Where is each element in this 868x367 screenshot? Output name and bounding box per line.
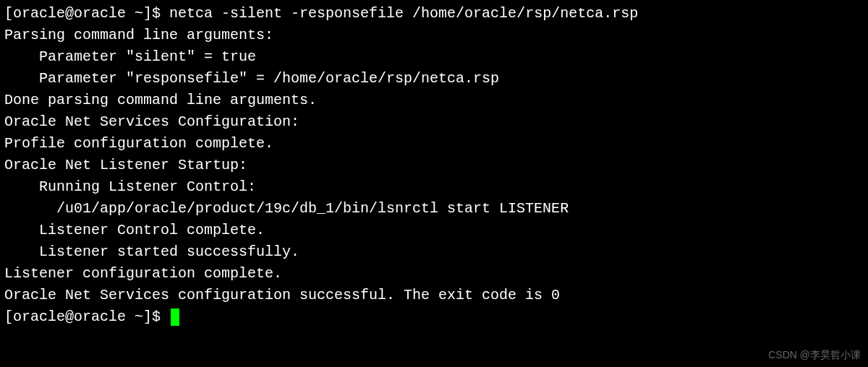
output-line: Parameter "silent" = true xyxy=(4,46,864,68)
output-line: Parsing command line arguments: xyxy=(4,25,864,46)
output-line: Parameter "responsefile" = /home/oracle/… xyxy=(4,68,864,90)
output-line: Oracle Net Services configuration succes… xyxy=(4,285,864,306)
watermark-text: CSDN @李昊哲小课 xyxy=(768,347,861,363)
shell-prompt: [oracle@oracle ~]$ xyxy=(4,306,169,328)
output-line: Listener configuration complete. xyxy=(4,263,864,285)
cursor-block xyxy=(171,308,179,326)
output-line: Oracle Net Listener Startup: xyxy=(4,155,864,176)
output-line: Listener started successfully. xyxy=(4,241,864,263)
output-line: Running Listener Control: xyxy=(4,176,864,198)
typed-command: netca -silent -responsefile /home/oracle… xyxy=(169,3,638,25)
shell-prompt: [oracle@oracle ~]$ xyxy=(4,3,169,25)
output-line: /u01/app/oracle/product/19c/db_1/bin/lsn… xyxy=(4,198,864,220)
output-line: Profile configuration complete. xyxy=(4,133,864,155)
output-line: Oracle Net Services Configuration: xyxy=(4,111,864,133)
command-line-2[interactable]: [oracle@oracle ~]$ xyxy=(4,306,864,328)
output-line: Done parsing command line arguments. xyxy=(4,90,864,111)
output-line: Listener Control complete. xyxy=(4,220,864,241)
command-line-1: [oracle@oracle ~]$ netca -silent -respon… xyxy=(4,3,864,25)
